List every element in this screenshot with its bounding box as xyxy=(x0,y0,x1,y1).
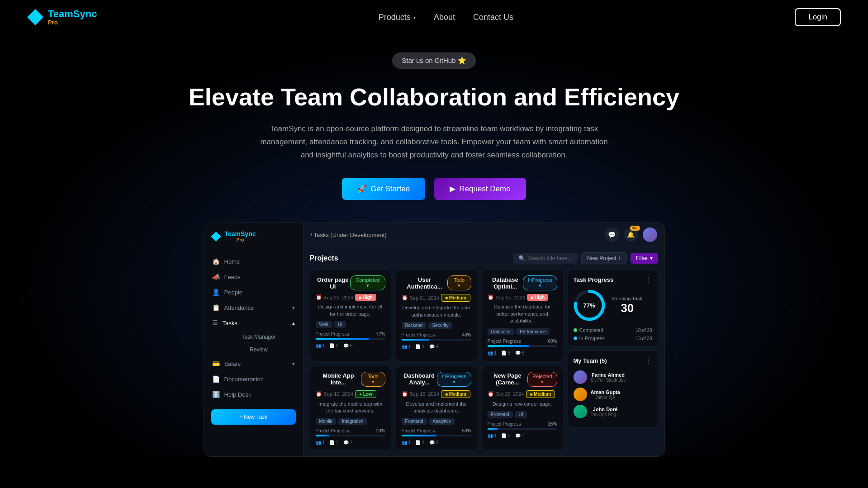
github-button[interactable]: Star us on GitHub ⭐ xyxy=(392,52,475,69)
content-with-panels: Order page UI Completed ▾ ⏰ Aug 25, 2024… xyxy=(310,270,658,451)
comment-icon: 💬 xyxy=(429,440,435,445)
help-icon: ℹ️ xyxy=(212,391,220,398)
card-tags: Frontend Analytics xyxy=(402,418,471,425)
clock-icon: ⏰ xyxy=(488,391,494,397)
comment-icon: 💬 xyxy=(429,344,435,349)
card-tags: Web UI xyxy=(316,321,385,328)
project-card-new-career: New Page (Caree... Rejected ▾ ⏰ Oct 15, … xyxy=(482,366,563,451)
card-desc: Integrate the mobile app with the backen… xyxy=(316,401,385,415)
notification-badge: 99+ xyxy=(630,226,640,231)
inprogress-label: In Progress xyxy=(579,336,605,341)
card-desc: Optimize the database for better perform… xyxy=(488,303,557,324)
progress-bar xyxy=(402,435,471,436)
progress-section: Project Progress 40% xyxy=(402,332,471,341)
tag: Web xyxy=(316,321,332,328)
sidebar-action-button[interactable]: + New Task xyxy=(211,409,296,425)
tag: Database xyxy=(488,328,514,335)
panel-options-button[interactable]: ⋮ xyxy=(645,275,652,284)
filter-button[interactable]: Filter ▾ xyxy=(631,253,658,264)
tasks-icon: ☰ xyxy=(212,319,218,327)
comment-icon: 💬 xyxy=(343,343,349,348)
nav-contact[interactable]: Contact Us xyxy=(473,13,513,22)
request-demo-button[interactable]: ▶ Request Demo xyxy=(434,178,526,200)
main-content: / Tasks (Under Development) 💬 🔔 99+ Proj… xyxy=(304,223,664,456)
projects-column: Order page UI Completed ▾ ⏰ Aug 25, 2024… xyxy=(310,270,563,451)
sidebar-item-feeds[interactable]: 📣 Feeds xyxy=(204,269,303,284)
user-avatar[interactable] xyxy=(643,227,657,242)
logo-sub: Pro xyxy=(48,19,97,26)
progress-fill xyxy=(488,428,498,430)
file-icon: 📄 xyxy=(501,351,507,355)
notifications-button[interactable]: 🔔 99+ xyxy=(624,227,638,242)
task-donut-chart: 77% xyxy=(574,289,605,321)
feeds-icon: 📣 xyxy=(212,273,220,280)
my-team-title: My Team (5) xyxy=(574,357,607,364)
rocket-icon: 🚀 xyxy=(357,184,367,194)
toolbar-right: 🔍 Search title here... New Project + Fil… xyxy=(513,252,658,264)
sidebar-logo: TeamSync Pro xyxy=(204,230,303,250)
sidebar-item-tasks[interactable]: ☰ Tasks ▴ xyxy=(204,315,303,331)
status-badge[interactable]: Completed ▾ xyxy=(350,275,385,290)
bell-icon: 🔔 xyxy=(627,231,635,238)
card-tags: Mobile Integration xyxy=(316,418,385,425)
sidebar-item-documentation[interactable]: 📄 Documentation xyxy=(204,371,303,387)
salary-icon: 💳 xyxy=(212,360,220,367)
inprogress-value: 13 of 30 xyxy=(636,336,652,341)
progress-section: Project Progress 15% xyxy=(488,422,557,430)
get-started-button[interactable]: 🚀 Get Started xyxy=(342,178,425,200)
clock-icon: ⏰ xyxy=(316,294,322,300)
chevron-down-icon: ▾ xyxy=(292,305,295,311)
file-icon: 📄 xyxy=(415,344,421,349)
running-label: Running Task xyxy=(612,296,642,301)
sidebar-item-review[interactable]: Review xyxy=(204,343,303,356)
team-options-button[interactable]: ⋮ xyxy=(645,356,652,365)
clock-icon: ⏰ xyxy=(316,391,322,397)
status-badge[interactable]: Todo ▾ xyxy=(361,372,385,387)
sidebar-item-task-manager[interactable]: Task Manager xyxy=(204,331,303,343)
status-badge[interactable]: InProgress ▾ xyxy=(437,372,471,387)
header-icons: 💬 🔔 99+ xyxy=(605,227,657,242)
nav-about[interactable]: About xyxy=(434,13,455,22)
new-project-button[interactable]: New Project + xyxy=(581,252,627,264)
priority-badge: ■ Medium xyxy=(526,390,555,398)
member-role: DevOps Eng... xyxy=(591,412,620,417)
login-button[interactable]: Login xyxy=(795,8,841,26)
sidebar-item-attendance[interactable]: 📋 Attendance ▾ xyxy=(204,300,303,315)
progress-bar xyxy=(316,435,385,436)
task-progress-panel: Task Progress ⋮ 77% xyxy=(568,270,658,347)
task-progress-title: Task Progress xyxy=(574,276,614,283)
progress-bar xyxy=(488,345,557,347)
chevron-down-icon: ▾ xyxy=(413,15,416,20)
progress-bar xyxy=(316,338,385,340)
sidebar-item-people[interactable]: 👤 People xyxy=(204,284,303,300)
github-label: Star us on GitHub ⭐ xyxy=(402,57,466,65)
member-role: Junior QA xyxy=(591,395,620,400)
chevron-up-icon: ▴ xyxy=(292,320,295,326)
sidebar-item-helpdesk[interactable]: ℹ️ Help Desk xyxy=(204,387,303,402)
people-icon: 👥 xyxy=(402,440,407,445)
projects-title: Projects xyxy=(310,254,338,262)
file-icon: 📄 xyxy=(329,343,335,348)
sidebar-item-home[interactable]: 🏠 Home xyxy=(204,254,303,269)
nav-links: Products ▾ About Contact Us xyxy=(379,13,513,22)
priority-badge: ■ Medium xyxy=(441,294,470,302)
nav-products[interactable]: Products ▾ xyxy=(379,13,416,22)
status-badge[interactable]: Todo ▾ xyxy=(447,275,471,290)
search-box[interactable]: 🔍 Search title here... xyxy=(513,253,577,264)
card-tags: Database Performance xyxy=(488,328,557,335)
chat-icon: 💬 xyxy=(608,231,616,238)
priority-badge: ● Low xyxy=(355,390,376,398)
tag: Integration xyxy=(338,418,367,425)
logo[interactable]: TeamSync Pro xyxy=(27,9,97,26)
card-title: Dashboard Analy... xyxy=(402,372,437,386)
project-card-db-optim: Database Optimi... InProgress ▾ ⏰ Sep 05… xyxy=(482,270,563,361)
status-badge[interactable]: InProgress ▾ xyxy=(523,275,557,290)
status-badge[interactable]: Rejected ▾ xyxy=(527,372,557,387)
people-icon: 👥 xyxy=(316,440,321,445)
sidebar-item-salary[interactable]: 💳 Salary ▾ xyxy=(204,356,303,371)
avatar-aman xyxy=(574,388,587,401)
chat-button[interactable]: 💬 xyxy=(605,227,619,242)
progress-section: Project Progress 77% xyxy=(316,332,385,340)
progress-bar xyxy=(402,339,471,341)
card-desc: Develop and implement the analytics dash… xyxy=(402,401,471,415)
